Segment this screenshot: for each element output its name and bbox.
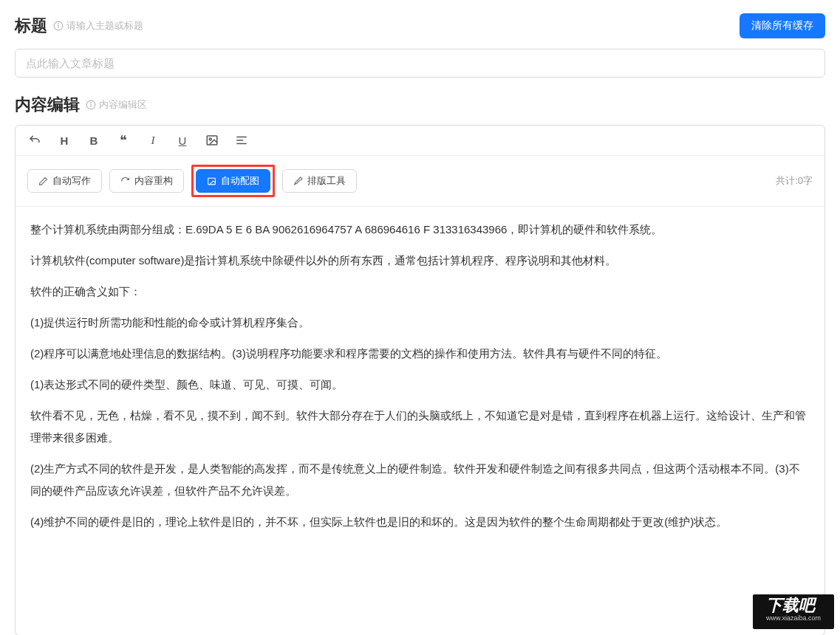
content-paragraph: (4)维护不同的硬件是旧的，理论上软件是旧的，并不坏，但实际上软件也是旧的和坏的… [30,511,810,533]
title-heading: 标题 [15,15,47,37]
image-small-icon [207,176,216,186]
content-paragraph: (2)程序可以满意地处理信息的数据结构。(3)说明程序功能要求和程序需要的文档的… [30,343,810,365]
underline-icon[interactable]: U [175,133,190,148]
svg-point-2 [58,24,59,24]
svg-point-5 [91,103,92,103]
layout-tool-button[interactable]: 排版工具 [282,169,357,193]
word-count: 共计:0字 [776,174,813,188]
bold-icon[interactable]: B [86,133,101,148]
content-paragraph: (2)生产方式不同的软件是开发，是人类智能的高发挥，而不是传统意义上的硬件制造。… [30,458,810,502]
info-icon [53,21,64,31]
content-paragraph: 整个计算机系统由两部分组成：E.69DA 5 E 6 BA 9062616964… [30,219,810,241]
align-icon[interactable] [234,133,249,148]
auto-image-button[interactable]: 自动配图 [196,169,270,193]
refresh-icon [120,176,130,186]
pencil-icon [38,176,48,186]
italic-icon[interactable]: I [146,133,160,148]
heading-icon[interactable]: H [57,133,72,148]
content-paragraph: 软件看不见，无色，枯燥，看不见，摸不到，闻不到。软件大部分存在于人们的头脑或纸上… [30,405,810,449]
editor-content[interactable]: 整个计算机系统由两部分组成：E.69DA 5 E 6 BA 9062616964… [16,207,824,635]
restructure-button[interactable]: 内容重构 [109,169,184,193]
content-hint: 内容编辑区 [86,98,147,111]
content-heading: 内容编辑 [15,94,80,116]
watermark: 下载吧 www.xiazaiba.com [753,594,834,629]
undo-icon[interactable] [27,133,42,148]
svg-point-7 [209,138,211,140]
article-title-input[interactable] [15,49,825,78]
quote-icon[interactable]: ❝ [116,133,131,148]
title-hint: 请输入主题或标题 [53,19,143,32]
content-paragraph: 计算机软件(computer software)是指计算机系统中除硬件以外的所有… [30,250,810,272]
clear-cache-button[interactable]: 清除所有缓存 [740,13,825,38]
auto-image-highlight: 自动配图 [191,165,275,197]
content-paragraph: (1)提供运行时所需功能和性能的命令或计算机程序集合。 [30,312,810,334]
tool-icon [293,176,303,186]
content-paragraph: (1)表达形式不同的硬件类型、颜色、味道、可见、可摸、可闻。 [30,374,810,396]
content-paragraph: 软件的正确含义如下： [30,281,810,303]
image-icon[interactable] [205,133,219,148]
info-icon [86,100,96,110]
auto-write-button[interactable]: 自动写作 [27,169,102,193]
